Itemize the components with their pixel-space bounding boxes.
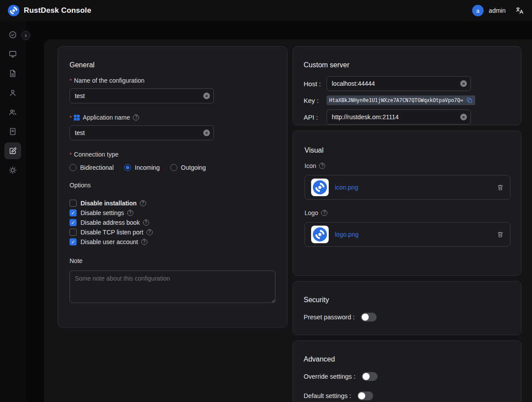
copy-icon[interactable] xyxy=(466,97,473,103)
radio-label: Incoming xyxy=(135,164,160,171)
help-icon[interactable]: ? xyxy=(319,163,325,169)
custom-server-card: Custom server Host : × Key : HtaXBkJNHyn… xyxy=(293,46,521,125)
avatar[interactable]: a xyxy=(472,5,484,16)
sidebar xyxy=(0,21,26,402)
help-icon[interactable]: ? xyxy=(147,229,153,235)
api-row: API : × xyxy=(304,110,510,124)
users-icon xyxy=(8,108,17,117)
connection-type-radios: Bidirectional Incoming Outgoing xyxy=(70,164,275,171)
custom-server-title: Custom server xyxy=(304,61,510,69)
sidebar-item-users[interactable] xyxy=(4,84,21,101)
host-input[interactable] xyxy=(327,76,471,91)
checkbox-disable-installation[interactable]: ✓ Disable installation ? xyxy=(70,198,275,208)
checkbox-icon: ✓ xyxy=(70,229,77,236)
sidebar-item-settings[interactable] xyxy=(4,162,21,179)
gear-icon xyxy=(8,166,17,175)
key-row: Key : HtaXBkJNHyn0e1U1jWXze7A7CN7QTGWqxk… xyxy=(304,95,510,105)
checkbox-disable-user-account[interactable]: ✓ Disable user account ? xyxy=(70,237,275,247)
app-name-input-wrap: × xyxy=(70,125,214,140)
sidebar-collapse-button[interactable]: › xyxy=(21,31,30,40)
default-settings-label: Default settings : xyxy=(304,392,351,399)
translate-icon[interactable] xyxy=(515,6,524,15)
sidebar-item-documents[interactable] xyxy=(4,65,21,82)
journal-icon xyxy=(8,127,17,136)
sidebar-item-groups[interactable] xyxy=(4,104,21,121)
check-circle-icon xyxy=(8,30,17,39)
default-settings-row: Default settings : xyxy=(304,391,510,400)
monitor-icon xyxy=(8,50,17,58)
note-label: Note xyxy=(70,257,275,264)
preset-password-toggle[interactable] xyxy=(361,313,377,322)
topbar-right: a admin xyxy=(472,5,524,16)
checkbox-icon: ✓ xyxy=(70,200,77,207)
api-input[interactable] xyxy=(327,110,471,124)
visual-card: Visual Icon ? icon.png Logo ? xyxy=(293,131,521,276)
app-title: RustDesk Console xyxy=(24,6,91,15)
general-title: General xyxy=(70,61,275,69)
help-icon[interactable]: ? xyxy=(141,239,147,245)
radio-icon xyxy=(124,164,131,171)
name-input[interactable] xyxy=(70,88,214,103)
checkbox-disable-address-book[interactable]: ✓ Disable address book ? xyxy=(70,218,275,227)
icon-file-link[interactable]: icon.png xyxy=(335,184,491,191)
checkbox-icon: ✓ xyxy=(70,238,77,245)
help-icon[interactable]: ? xyxy=(127,210,133,216)
host-label: Host : xyxy=(304,80,327,88)
radio-icon xyxy=(170,164,177,171)
trash-icon[interactable] xyxy=(497,184,504,191)
logo-label: Logo ? xyxy=(305,209,510,216)
clear-icon[interactable]: × xyxy=(203,93,210,99)
logo-file-link[interactable]: logo.png xyxy=(335,231,491,238)
clear-icon[interactable]: × xyxy=(460,114,467,121)
windows-logo-icon xyxy=(74,115,80,121)
checkbox-label: Disable installation xyxy=(81,200,137,207)
name-input-wrap: × xyxy=(70,88,214,103)
trash-icon[interactable] xyxy=(497,231,504,238)
visual-title: Visual xyxy=(305,146,510,154)
general-card: General * Name of the configuration × * … xyxy=(58,46,287,328)
radio-outgoing[interactable]: Outgoing xyxy=(170,164,206,171)
radio-icon xyxy=(70,164,77,171)
sidebar-item-configurations[interactable] xyxy=(4,143,21,159)
key-value-pill: HtaXBkJNHyn0e1U1jWXze7A7CN7QTGWqxkOtpaVp… xyxy=(327,95,475,105)
security-card: Security Preset password : xyxy=(293,281,521,335)
radio-bidirectional[interactable]: Bidirectional xyxy=(70,164,114,171)
clear-icon[interactable]: × xyxy=(460,80,467,87)
checkbox-label: Disable TCP listen port xyxy=(81,229,143,236)
help-icon[interactable]: ? xyxy=(133,114,139,121)
icon-label: Icon ? xyxy=(305,162,510,169)
default-settings-toggle[interactable] xyxy=(357,391,373,400)
override-settings-toggle[interactable] xyxy=(362,372,378,381)
required-asterisk: * xyxy=(70,114,72,121)
note-textarea[interactable] xyxy=(70,270,275,303)
edit-icon xyxy=(8,146,17,155)
icon-thumbnail xyxy=(311,179,329,196)
required-asterisk: * xyxy=(70,151,72,158)
clear-icon[interactable]: × xyxy=(203,130,210,136)
radio-incoming[interactable]: Incoming xyxy=(124,164,160,171)
help-icon[interactable]: ? xyxy=(140,200,146,206)
chevron-right-icon: › xyxy=(25,32,27,38)
user-icon xyxy=(8,88,17,97)
sidebar-item-devices[interactable] xyxy=(4,46,21,62)
key-label: Key : xyxy=(304,97,327,104)
checkbox-label: Disable address book xyxy=(81,219,140,226)
options-list: ✓ Disable installation ? ✓ Disable setti… xyxy=(70,198,275,247)
username[interactable]: admin xyxy=(489,7,506,14)
checkbox-label: Disable settings xyxy=(81,209,124,216)
icon-file-box: icon.png xyxy=(305,175,510,200)
checkbox-disable-settings[interactable]: ✓ Disable settings ? xyxy=(70,208,275,218)
advanced-card: Advanced Override settings : Default set… xyxy=(293,340,521,402)
override-settings-label: Override settings : xyxy=(304,373,356,380)
help-icon[interactable]: ? xyxy=(143,219,149,226)
advanced-title: Advanced xyxy=(304,355,510,363)
checkbox-label: Disable user account xyxy=(81,238,138,245)
document-icon xyxy=(8,69,17,78)
sidebar-item-status[interactable] xyxy=(4,26,21,43)
app-name-input[interactable] xyxy=(70,125,214,140)
rustdesk-logo-icon xyxy=(8,5,19,16)
help-icon[interactable]: ? xyxy=(321,210,327,216)
security-title: Security xyxy=(304,296,510,304)
checkbox-disable-tcp-listen-port[interactable]: ✓ Disable TCP listen port ? xyxy=(70,227,275,237)
sidebar-item-audit[interactable] xyxy=(4,123,21,140)
